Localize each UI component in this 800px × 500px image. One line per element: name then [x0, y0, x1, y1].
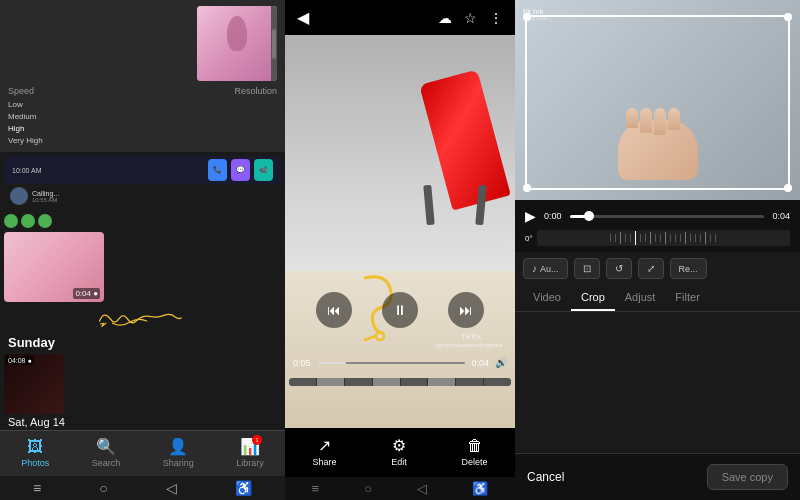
video-btn[interactable]: 📹 — [254, 159, 273, 181]
tiktok-watermark: TikTok @carlosjuanesridingmed... — [436, 333, 507, 348]
more-options-icon[interactable]: ⋮ — [489, 10, 503, 26]
quality-low[interactable]: Low — [8, 99, 277, 110]
call-btn[interactable]: 📞 — [208, 159, 227, 181]
rotation-label: 0° — [525, 234, 533, 243]
reset-tool-button[interactable]: Re... — [670, 258, 707, 279]
share-icon: ↗ — [318, 436, 331, 455]
child-thumb[interactable]: 04:08 ● — [4, 354, 64, 414]
progress-thumb[interactable] — [584, 211, 594, 221]
slide-leg-left — [423, 185, 434, 226]
quality-very-high[interactable]: Very High — [8, 135, 277, 146]
video-bottom-bar: ↗ Share ⚙ Edit 🗑 Delete — [285, 428, 515, 477]
crop-frame-overlay[interactable] — [525, 15, 790, 190]
home-icon[interactable]: ○ — [99, 480, 107, 496]
tab-adjust[interactable]: Adjust — [615, 285, 666, 311]
circle-green-3[interactable] — [38, 214, 52, 228]
tab-crop[interactable]: Crop — [571, 285, 615, 311]
video-preview-area: tik tok @ok Eve... — [515, 0, 800, 200]
audio-icon: ♪ — [532, 263, 537, 274]
crop-corner-bl[interactable] — [523, 184, 531, 192]
tab-adjust-label: Adjust — [625, 291, 656, 303]
rotation-ticks — [537, 230, 790, 246]
tab-video[interactable]: Video — [523, 285, 571, 311]
photos-label: Photos — [21, 458, 49, 468]
video-area: TikTok @carlosjuanesridingmed... ⏮ ⏸ ⏭ 0… — [285, 35, 515, 428]
editor-time-end: 0:04 — [772, 211, 790, 221]
time-start: 0:05 — [293, 358, 311, 368]
library-label: Library — [236, 458, 264, 468]
accessibility-icon[interactable]: ♿ — [235, 480, 252, 496]
rotation-row: 0° — [525, 228, 790, 248]
editor-playback-row: ▶ 0:00 0:04 — [525, 208, 790, 224]
crop-corner-tr[interactable] — [784, 13, 792, 21]
nav-search[interactable]: 🔍 Search — [92, 437, 121, 468]
quality-medium[interactable]: Medium — [8, 111, 277, 122]
tiktok-editor-panel: tik tok @ok Eve... ▶ 0:00 0:04 0° — [515, 0, 800, 500]
share-button[interactable]: ↗ Share — [312, 436, 336, 467]
tab-filter[interactable]: Filter — [665, 285, 709, 311]
photos-panel: Speed Resolution Low Medium High Very Hi… — [0, 0, 285, 500]
sharing-label: Sharing — [163, 458, 194, 468]
sunday-label: Sunday — [0, 329, 285, 354]
back-button[interactable]: ◀ — [297, 8, 309, 27]
nav-sharing[interactable]: 👤 Sharing — [163, 437, 194, 468]
tab-filter-label: Filter — [675, 291, 699, 303]
rotation-track[interactable] — [537, 230, 790, 246]
tab-crop-label: Crop — [581, 291, 605, 303]
edit-label: Edit — [391, 457, 407, 467]
edit-button[interactable]: ⚙ Edit — [391, 436, 407, 467]
nav-library[interactable]: 📊 1 Library — [236, 437, 264, 468]
nav-photos[interactable]: 🖼 Photos — [21, 438, 49, 468]
p2-system-nav: ≡ ○ ◁ ♿ — [285, 477, 515, 500]
p2-menu-icon[interactable]: ≡ — [312, 481, 320, 496]
tiktok-preview-logo: tik tok @ok Eve... — [523, 8, 552, 21]
editor-progress-bar[interactable] — [570, 215, 765, 218]
sharing-icon: 👤 — [168, 437, 188, 456]
frame-tool-button[interactable]: ⊡ — [574, 258, 600, 279]
back-icon[interactable]: ◁ — [166, 480, 177, 496]
msg-btn[interactable]: 💬 — [231, 159, 250, 181]
tiktok-logo-text: TikTok — [461, 333, 481, 340]
volume-icon[interactable]: 🔊 — [495, 357, 507, 368]
timeline-strip — [289, 378, 511, 386]
tiktok-preview-handle: @ok Eve... — [523, 15, 552, 21]
audio-tool-button[interactable]: ♪ Au... — [523, 258, 568, 279]
call-time: 10:55 AM — [32, 197, 271, 203]
phone-time: 10:00 AM — [12, 167, 42, 174]
media-thumbnail-top[interactable] — [197, 6, 277, 81]
video-duration: 0:04 ● — [73, 288, 100, 299]
star-icon[interactable]: ☆ — [464, 10, 477, 26]
reset-label: Re... — [679, 264, 698, 274]
menu-icon[interactable]: ≡ — [33, 480, 41, 496]
circle-green[interactable] — [4, 214, 18, 228]
fast-forward-button[interactable]: ⏭ — [448, 292, 484, 328]
quality-options: Low Medium High Very High — [8, 99, 277, 146]
phone-status-bar: 10:00 AM 📞 💬 📹 — [4, 156, 281, 184]
rotate-tool-button[interactable]: ↺ — [606, 258, 632, 279]
rotate-icon: ↺ — [615, 263, 623, 274]
p2-home-icon[interactable]: ○ — [364, 481, 372, 496]
quality-high[interactable]: High — [8, 123, 277, 134]
cloud-upload-icon[interactable]: ☁ — [438, 10, 452, 26]
circle-green-2[interactable] — [21, 214, 35, 228]
call-list: Calling... 10:55 AM No. Dead Test Number… — [4, 184, 281, 208]
flip-tool-button[interactable]: ⤢ — [638, 258, 664, 279]
photos-icon: 🖼 — [27, 438, 43, 456]
p2-back-icon[interactable]: ◁ — [417, 481, 427, 496]
editor-play-button[interactable]: ▶ — [525, 208, 536, 224]
delete-button[interactable]: 🗑 Delete — [462, 437, 488, 467]
rewind-button[interactable]: ⏮ — [316, 292, 352, 328]
save-copy-button[interactable]: Save copy — [707, 464, 788, 490]
crop-corner-br[interactable] — [784, 184, 792, 192]
settings-panel: Speed Resolution Low Medium High Very Hi… — [0, 0, 285, 152]
p2-accessibility-icon[interactable]: ♿ — [472, 481, 488, 496]
video-thumb-main[interactable]: 0:04 ● — [4, 232, 104, 302]
cancel-button[interactable]: Cancel — [527, 470, 564, 484]
child-thumb-duration: 04:08 ● — [6, 356, 34, 365]
library-badge: 1 — [252, 435, 262, 445]
red-slide-visual — [415, 65, 495, 225]
pause-button[interactable]: ⏸ — [382, 292, 418, 328]
call-row[interactable]: Calling... 10:55 AM — [4, 184, 281, 208]
timeline-bar[interactable] — [317, 362, 466, 364]
video-thumb-row: 0:04 ● — [0, 230, 285, 304]
